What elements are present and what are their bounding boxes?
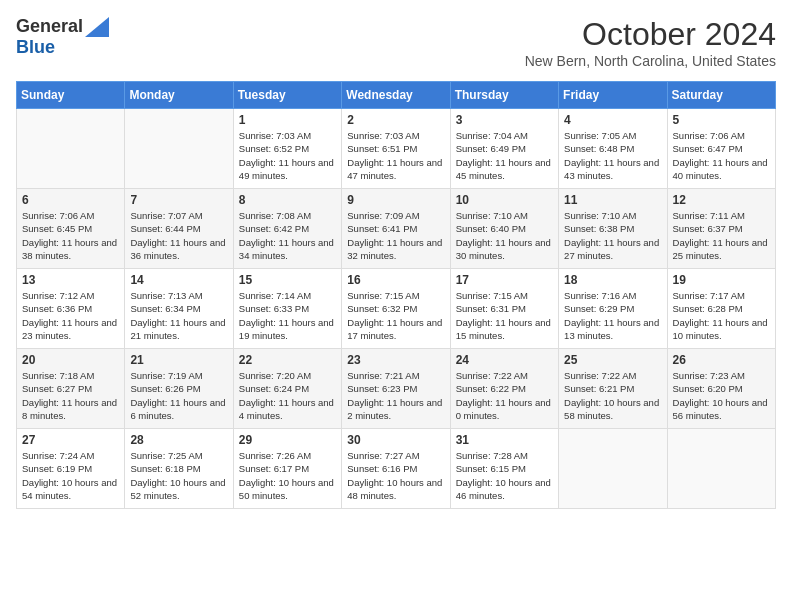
- day-info: Sunrise: 7:18 AMSunset: 6:27 PMDaylight:…: [22, 369, 119, 422]
- logo-icon: [85, 17, 109, 37]
- day-number: 8: [239, 193, 336, 207]
- calendar-day-header: Tuesday: [233, 82, 341, 109]
- page-header: General Blue October 2024 New Bern, Nort…: [16, 16, 776, 69]
- calendar-week-row: 1Sunrise: 7:03 AMSunset: 6:52 PMDaylight…: [17, 109, 776, 189]
- day-number: 23: [347, 353, 444, 367]
- day-number: 17: [456, 273, 553, 287]
- day-number: 19: [673, 273, 770, 287]
- day-info: Sunrise: 7:13 AMSunset: 6:34 PMDaylight:…: [130, 289, 227, 342]
- day-number: 2: [347, 113, 444, 127]
- day-number: 11: [564, 193, 661, 207]
- day-number: 16: [347, 273, 444, 287]
- day-number: 3: [456, 113, 553, 127]
- calendar-week-row: 6Sunrise: 7:06 AMSunset: 6:45 PMDaylight…: [17, 189, 776, 269]
- calendar-day-cell: 2Sunrise: 7:03 AMSunset: 6:51 PMDaylight…: [342, 109, 450, 189]
- day-info: Sunrise: 7:17 AMSunset: 6:28 PMDaylight:…: [673, 289, 770, 342]
- calendar-day-cell: 12Sunrise: 7:11 AMSunset: 6:37 PMDayligh…: [667, 189, 775, 269]
- day-number: 24: [456, 353, 553, 367]
- calendar-table: SundayMondayTuesdayWednesdayThursdayFrid…: [16, 81, 776, 509]
- day-number: 29: [239, 433, 336, 447]
- day-info: Sunrise: 7:14 AMSunset: 6:33 PMDaylight:…: [239, 289, 336, 342]
- day-info: Sunrise: 7:28 AMSunset: 6:15 PMDaylight:…: [456, 449, 553, 502]
- day-info: Sunrise: 7:24 AMSunset: 6:19 PMDaylight:…: [22, 449, 119, 502]
- calendar-day-cell: 20Sunrise: 7:18 AMSunset: 6:27 PMDayligh…: [17, 349, 125, 429]
- day-info: Sunrise: 7:06 AMSunset: 6:45 PMDaylight:…: [22, 209, 119, 262]
- day-number: 7: [130, 193, 227, 207]
- day-info: Sunrise: 7:12 AMSunset: 6:36 PMDaylight:…: [22, 289, 119, 342]
- day-number: 14: [130, 273, 227, 287]
- calendar-day-cell: [667, 429, 775, 509]
- month-title: October 2024: [525, 16, 776, 53]
- logo: General Blue: [16, 16, 109, 58]
- day-number: 25: [564, 353, 661, 367]
- day-info: Sunrise: 7:25 AMSunset: 6:18 PMDaylight:…: [130, 449, 227, 502]
- day-info: Sunrise: 7:15 AMSunset: 6:31 PMDaylight:…: [456, 289, 553, 342]
- day-number: 21: [130, 353, 227, 367]
- svg-marker-0: [85, 17, 109, 37]
- calendar-day-cell: 11Sunrise: 7:10 AMSunset: 6:38 PMDayligh…: [559, 189, 667, 269]
- calendar-day-cell: 19Sunrise: 7:17 AMSunset: 6:28 PMDayligh…: [667, 269, 775, 349]
- calendar-day-cell: 3Sunrise: 7:04 AMSunset: 6:49 PMDaylight…: [450, 109, 558, 189]
- day-info: Sunrise: 7:06 AMSunset: 6:47 PMDaylight:…: [673, 129, 770, 182]
- calendar-week-row: 27Sunrise: 7:24 AMSunset: 6:19 PMDayligh…: [17, 429, 776, 509]
- calendar-day-header: Monday: [125, 82, 233, 109]
- day-number: 26: [673, 353, 770, 367]
- calendar-day-cell: 1Sunrise: 7:03 AMSunset: 6:52 PMDaylight…: [233, 109, 341, 189]
- calendar-week-row: 20Sunrise: 7:18 AMSunset: 6:27 PMDayligh…: [17, 349, 776, 429]
- day-number: 6: [22, 193, 119, 207]
- day-info: Sunrise: 7:19 AMSunset: 6:26 PMDaylight:…: [130, 369, 227, 422]
- calendar-day-cell: 13Sunrise: 7:12 AMSunset: 6:36 PMDayligh…: [17, 269, 125, 349]
- day-info: Sunrise: 7:03 AMSunset: 6:52 PMDaylight:…: [239, 129, 336, 182]
- day-number: 28: [130, 433, 227, 447]
- day-number: 20: [22, 353, 119, 367]
- day-info: Sunrise: 7:09 AMSunset: 6:41 PMDaylight:…: [347, 209, 444, 262]
- calendar-day-cell: 31Sunrise: 7:28 AMSunset: 6:15 PMDayligh…: [450, 429, 558, 509]
- calendar-day-cell: 23Sunrise: 7:21 AMSunset: 6:23 PMDayligh…: [342, 349, 450, 429]
- calendar-day-header: Sunday: [17, 82, 125, 109]
- location-text: New Bern, North Carolina, United States: [525, 53, 776, 69]
- calendar-day-cell: 21Sunrise: 7:19 AMSunset: 6:26 PMDayligh…: [125, 349, 233, 429]
- calendar-day-cell: 25Sunrise: 7:22 AMSunset: 6:21 PMDayligh…: [559, 349, 667, 429]
- day-info: Sunrise: 7:11 AMSunset: 6:37 PMDaylight:…: [673, 209, 770, 262]
- calendar-day-cell: [17, 109, 125, 189]
- calendar-week-row: 13Sunrise: 7:12 AMSunset: 6:36 PMDayligh…: [17, 269, 776, 349]
- day-number: 12: [673, 193, 770, 207]
- day-number: 18: [564, 273, 661, 287]
- day-number: 30: [347, 433, 444, 447]
- day-info: Sunrise: 7:07 AMSunset: 6:44 PMDaylight:…: [130, 209, 227, 262]
- calendar-day-cell: 27Sunrise: 7:24 AMSunset: 6:19 PMDayligh…: [17, 429, 125, 509]
- day-number: 1: [239, 113, 336, 127]
- calendar-day-header: Friday: [559, 82, 667, 109]
- calendar-day-cell: 28Sunrise: 7:25 AMSunset: 6:18 PMDayligh…: [125, 429, 233, 509]
- day-info: Sunrise: 7:03 AMSunset: 6:51 PMDaylight:…: [347, 129, 444, 182]
- day-info: Sunrise: 7:15 AMSunset: 6:32 PMDaylight:…: [347, 289, 444, 342]
- day-number: 27: [22, 433, 119, 447]
- day-info: Sunrise: 7:08 AMSunset: 6:42 PMDaylight:…: [239, 209, 336, 262]
- day-info: Sunrise: 7:10 AMSunset: 6:40 PMDaylight:…: [456, 209, 553, 262]
- calendar-day-cell: 18Sunrise: 7:16 AMSunset: 6:29 PMDayligh…: [559, 269, 667, 349]
- day-info: Sunrise: 7:22 AMSunset: 6:22 PMDaylight:…: [456, 369, 553, 422]
- calendar-day-cell: 8Sunrise: 7:08 AMSunset: 6:42 PMDaylight…: [233, 189, 341, 269]
- calendar-day-cell: [125, 109, 233, 189]
- calendar-day-header: Wednesday: [342, 82, 450, 109]
- calendar-day-cell: 4Sunrise: 7:05 AMSunset: 6:48 PMDaylight…: [559, 109, 667, 189]
- day-number: 10: [456, 193, 553, 207]
- day-info: Sunrise: 7:20 AMSunset: 6:24 PMDaylight:…: [239, 369, 336, 422]
- calendar-day-cell: 7Sunrise: 7:07 AMSunset: 6:44 PMDaylight…: [125, 189, 233, 269]
- day-info: Sunrise: 7:04 AMSunset: 6:49 PMDaylight:…: [456, 129, 553, 182]
- day-number: 13: [22, 273, 119, 287]
- logo-general-text: General: [16, 16, 83, 37]
- calendar-day-cell: 10Sunrise: 7:10 AMSunset: 6:40 PMDayligh…: [450, 189, 558, 269]
- day-info: Sunrise: 7:16 AMSunset: 6:29 PMDaylight:…: [564, 289, 661, 342]
- day-info: Sunrise: 7:23 AMSunset: 6:20 PMDaylight:…: [673, 369, 770, 422]
- calendar-day-cell: 26Sunrise: 7:23 AMSunset: 6:20 PMDayligh…: [667, 349, 775, 429]
- title-section: October 2024 New Bern, North Carolina, U…: [525, 16, 776, 69]
- day-number: 5: [673, 113, 770, 127]
- calendar-day-cell: 15Sunrise: 7:14 AMSunset: 6:33 PMDayligh…: [233, 269, 341, 349]
- day-info: Sunrise: 7:10 AMSunset: 6:38 PMDaylight:…: [564, 209, 661, 262]
- day-number: 4: [564, 113, 661, 127]
- calendar-day-header: Thursday: [450, 82, 558, 109]
- calendar-day-cell: 5Sunrise: 7:06 AMSunset: 6:47 PMDaylight…: [667, 109, 775, 189]
- day-info: Sunrise: 7:05 AMSunset: 6:48 PMDaylight:…: [564, 129, 661, 182]
- calendar-day-cell: 29Sunrise: 7:26 AMSunset: 6:17 PMDayligh…: [233, 429, 341, 509]
